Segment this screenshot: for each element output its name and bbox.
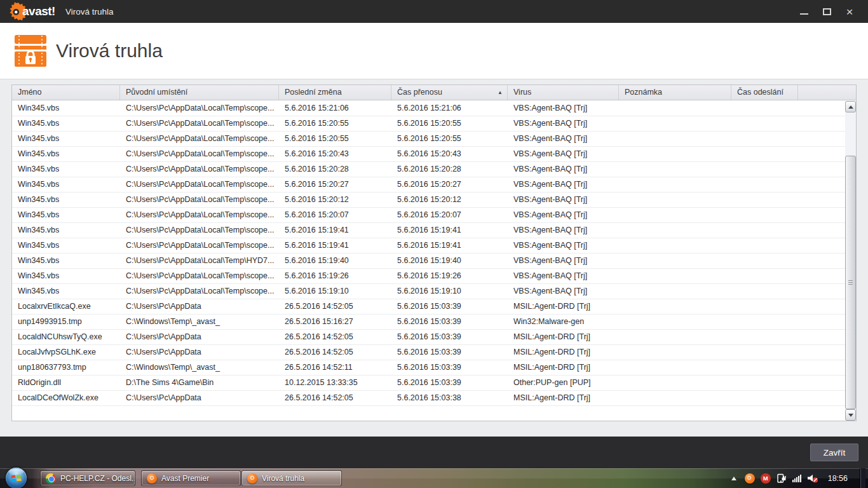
table-row[interactable]: Win345.vbsC:\Users\Pc\AppData\Local\Temp… [12,101,845,116]
cell-virus: VBS:Agent-BAQ [Trj] [508,284,619,299]
cell-sent [731,269,798,283]
cell-virus: VBS:Agent-BAQ [Trj] [508,254,619,268]
scroll-down-button[interactable] [845,409,856,421]
cell-sent [731,315,798,329]
column-header-modified[interactable]: Poslední změna [279,85,391,100]
maximize-button[interactable] [818,3,835,20]
cell-modified: 26.5.2016 15:16:27 [279,315,391,329]
cell-modified: 26.5.2016 14:52:05 [279,299,391,314]
table-row[interactable]: Win345.vbsC:\Users\Pc\AppData\Local\Temp… [12,208,845,223]
cell-note [619,223,731,238]
cell-virus: VBS:Agent-BAQ [Trj] [508,101,619,116]
taskbar-item-label: Avast Premier [161,474,209,483]
vertical-scrollbar[interactable] [845,101,856,421]
table-row[interactable]: Win345.vbsC:\Users\Pc\AppData\Local\Temp… [12,147,845,162]
windows-flag-icon [9,471,24,485]
mail-notifier-icon[interactable]: M [761,473,771,484]
minimize-button[interactable] [796,3,812,20]
cell-name: Win345.vbs [12,208,120,222]
table-row[interactable]: LocalJvfvpSGLhK.exeC:\Users\Pc\AppData26… [12,345,845,360]
table-row[interactable]: Win345.vbsC:\Users\Pc\AppData\Local\Temp… [12,177,845,193]
cell-transferred: 5.6.2016 15:20:43 [391,147,508,161]
system-tray: M 18:56 [731,468,868,488]
cell-transferred: 5.6.2016 15:03:39 [391,299,508,314]
table-row[interactable]: RldOrigin.dllD:\The Sims 4\Game\Bin10.12… [12,376,845,391]
close-window-button[interactable]: Zavřít [810,444,858,461]
taskbar-item-avast-premier[interactable]: Avast Premier [141,470,241,486]
table-row[interactable]: Win345.vbsC:\Users\Pc\AppData\Local\Temp… [12,269,845,284]
cell-name: Win345.vbs [12,254,120,268]
table-row[interactable]: Win345.vbsC:\Users\Pc\AppData\Local\Temp… [12,284,845,299]
table-row[interactable]: Win345.vbsC:\Users\Pc\AppData\Local\Temp… [12,162,845,177]
table-row[interactable]: Win345.vbsC:\Users\Pc\AppData\Local\Temp… [12,132,845,147]
cell-note [619,208,731,222]
virus-chest-table: JménoPůvodní umístěníPoslední změnaČas p… [11,85,857,421]
cell-virus: VBS:Agent-BAQ [Trj] [508,238,619,253]
cell-name: Win345.vbs [12,147,120,161]
scroll-down-icon [848,414,853,417]
cell-sent [731,238,798,253]
cell-transferred: 5.6.2016 15:03:39 [391,345,508,360]
table-row[interactable]: Win345.vbsC:\Users\Pc\AppData\Local\Temp… [12,223,845,238]
network-signal-icon[interactable] [792,475,801,482]
table-row[interactable]: unp180637793.tmpC:\Windows\Temp\_avast_2… [12,360,845,376]
cell-virus: VBS:Agent-BAQ [Trj] [508,116,619,131]
close-button[interactable]: × [841,3,858,20]
avast-tray-icon[interactable] [745,473,755,484]
taskbar-clock[interactable]: 18:56 [828,474,848,483]
table-header: JménoPůvodní umístěníPoslední změnaČas p… [12,85,856,100]
column-header-name[interactable]: Jméno [12,85,120,100]
column-header-virus[interactable]: Virus [508,85,619,100]
cell-transferred: 5.6.2016 15:19:10 [391,284,508,299]
table-row[interactable]: LocalxrvEtIkcaQ.exeC:\Users\Pc\AppData26… [12,299,845,315]
cell-location: C:\Users\Pc\AppData\Local\Temp\scope... [120,238,279,253]
start-button[interactable] [6,468,27,488]
table-row[interactable]: Win345.vbsC:\Users\Pc\AppData\Local\Temp… [12,116,845,132]
cell-virus: MSIL:Agent-DRD [Trj] [508,345,619,360]
column-header-sent[interactable]: Čas odeslání [731,85,798,100]
cell-transferred: 5.6.2016 15:20:55 [391,116,508,131]
minimize-icon [800,13,808,15]
cell-note [619,299,731,314]
show-hidden-icons-button[interactable] [731,477,736,480]
table-row[interactable]: LocaldNCUhswTyQ.exeC:\Users\Pc\AppData26… [12,330,845,345]
screen: avast! Virová truhla × Virová [0,0,868,488]
sort-ascending-icon: ▲ [498,85,503,100]
cell-location: C:\Users\Pc\AppData\Local\Temp\scope... [120,208,279,222]
cell-virus: VBS:Agent-BAQ [Trj] [508,162,619,177]
show-desktop-button[interactable] [860,468,865,488]
taskbar-item-browser[interactable]: PC-HELP.CZ - Odesl... [40,470,135,486]
titlebar: avast! Virová truhla × [0,0,868,23]
column-header-location[interactable]: Původní umístění [120,85,279,100]
cell-note [619,254,731,268]
power-plug-icon[interactable] [776,473,787,484]
cell-location: C:\Users\Pc\AppData\Local\Temp\HYD7... [120,254,279,268]
cell-modified: 5.6.2016 15:20:12 [279,193,391,207]
cell-virus: MSIL:Agent-DRD [Trj] [508,391,619,405]
cell-modified: 10.12.2015 13:33:35 [279,376,391,390]
cell-location: C:\Users\Pc\AppData\Local\Temp\scope... [120,101,279,116]
column-header-note[interactable]: Poznámka [619,85,731,100]
cell-sent [731,132,798,146]
cell-note [619,147,731,161]
cell-virus: VBS:Agent-BAQ [Trj] [508,223,619,238]
scroll-up-button[interactable] [845,101,856,112]
table-row[interactable]: LocalDCeOfWolZk.exeC:\Users\Pc\AppData26… [12,391,845,406]
window-footer: Zavřít [0,437,868,468]
table-row[interactable]: Win345.vbsC:\Users\Pc\AppData\Local\Temp… [12,193,845,208]
column-header-transferred[interactable]: Čas přenosu▲ [391,85,508,100]
scrollbar-thumb[interactable] [845,156,856,409]
volume-muted-icon[interactable] [807,473,818,484]
cell-name: Win345.vbs [12,193,120,207]
cell-virus: VBS:Agent-BAQ [Trj] [508,177,619,192]
table-row[interactable]: Win345.vbsC:\Users\Pc\AppData\Local\Temp… [12,254,845,269]
cell-location: C:\Users\Pc\AppData\Local\Temp\scope... [120,162,279,177]
cell-note [619,315,731,329]
cell-virus: MSIL:Agent-DRD [Trj] [508,299,619,314]
cell-location: C:\Windows\Temp\_avast_ [120,360,279,375]
table-row[interactable]: Win345.vbsC:\Users\Pc\AppData\Local\Temp… [12,238,845,254]
cell-location: C:\Users\Pc\AppData\Local\Temp\scope... [120,223,279,238]
taskbar-item-virus-chest[interactable]: Virová truhla [241,470,342,486]
cell-location: C:\Users\Pc\AppData\Local\Temp\scope... [120,177,279,192]
table-row[interactable]: unp14993915.tmpC:\Windows\Temp\_avast_26… [12,315,845,330]
